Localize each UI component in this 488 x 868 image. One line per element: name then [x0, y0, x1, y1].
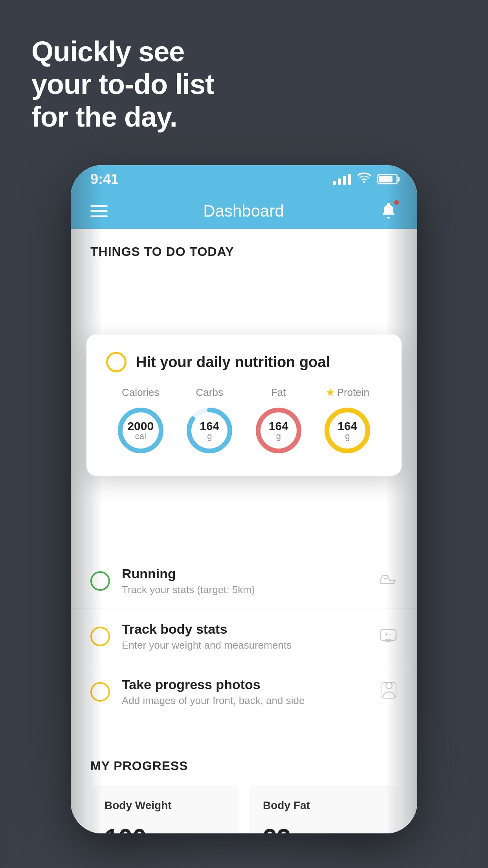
todo-list: Running Track your stats (target: 5km) [71, 554, 417, 719]
shoe-icon [379, 572, 398, 590]
todo-item-body-stats[interactable]: Track body stats Enter your weight and m… [71, 609, 417, 664]
body-weight-value-row: 100 kg [105, 824, 225, 833]
content-wrapper: THINGS TO DO TODAY Hit your daily nutrit… [71, 229, 417, 833]
calories-stat: Calories 2000 cal [115, 386, 166, 456]
protein-value-center: 164 g [338, 419, 357, 441]
protein-label-row: ★ Protein [326, 386, 369, 399]
scale-icon [379, 626, 398, 647]
card-title-row: Hit your daily nutrition goal [106, 352, 382, 372]
hamburger-menu[interactable] [90, 205, 108, 217]
body-weight-value: 100 [105, 824, 147, 833]
protein-stat: ★ Protein 164 [322, 386, 373, 456]
nutrition-card: Hit your daily nutrition goal Calories [86, 335, 402, 476]
app-header: Dashboard [71, 193, 417, 229]
progress-section: MY PROGRESS Body Weight 100 kg [71, 743, 417, 833]
protein-donut: 164 g [322, 405, 373, 456]
header-title: Dashboard [203, 202, 284, 221]
body-stats-title: Track body stats [122, 622, 367, 637]
body-fat-card[interactable]: Body Fat 23 % [249, 785, 398, 833]
calories-donut: 2000 cal [115, 405, 166, 456]
hamburger-line [90, 205, 108, 207]
body-stats-text: Track body stats Enter your weight and m… [122, 622, 367, 651]
progress-photos-title: Take progress photos [122, 677, 369, 692]
nutrition-goal-title: Hit your daily nutrition goal [136, 354, 330, 371]
body-fat-title: Body Fat [263, 799, 383, 812]
status-bar: 9:41 [71, 165, 417, 193]
body-stats-radio[interactable] [90, 627, 110, 646]
body-weight-card[interactable]: Body Weight 100 kg [90, 785, 239, 833]
running-text: Running Track your stats (target: 5km) [122, 566, 367, 596]
calories-label: Calories [122, 386, 159, 399]
fat-value-center: 164 g [269, 419, 288, 441]
svg-point-10 [386, 682, 392, 689]
body-weight-title: Body Weight [105, 799, 225, 812]
running-subtitle: Track your stats (target: 5km) [122, 584, 367, 596]
running-title: Running [122, 566, 367, 581]
carbs-stat: Carbs 164 g [184, 386, 235, 456]
progress-photos-subtitle: Add images of your front, back, and side [122, 695, 369, 707]
nutrition-goal-radio[interactable] [106, 352, 127, 372]
headline-line1: Quickly see [31, 35, 214, 68]
progress-photos-radio[interactable] [90, 682, 110, 702]
hamburger-line [90, 215, 108, 217]
notification-dot [393, 199, 400, 206]
battery-icon [377, 174, 398, 184]
phone-inner: 9:41 [71, 165, 417, 833]
status-time: 9:41 [90, 171, 119, 188]
svg-rect-11 [382, 682, 396, 698]
carbs-value-center: 164 g [200, 419, 219, 441]
phone-frame: 9:41 [71, 165, 417, 833]
carbs-label: Carbs [196, 386, 223, 399]
todo-item-progress-photos[interactable]: Take progress photos Add images of your … [71, 664, 417, 719]
spacer [71, 719, 417, 743]
wifi-icon [358, 173, 371, 186]
status-icons [333, 173, 398, 186]
svg-rect-8 [380, 629, 396, 640]
body-stats-subtitle: Enter your weight and measurements [122, 639, 367, 651]
todo-item-running[interactable]: Running Track your stats (target: 5km) [71, 554, 417, 609]
progress-header: MY PROGRESS [90, 759, 398, 773]
star-icon: ★ [326, 386, 335, 399]
person-icon [380, 681, 398, 703]
notification-bell-button[interactable] [380, 201, 398, 221]
scrollable-content: THINGS TO DO TODAY Hit your daily nutrit… [71, 229, 417, 833]
body-fat-value: 23 [263, 824, 291, 833]
things-section-header: THINGS TO DO TODAY [71, 229, 417, 267]
hamburger-line [90, 210, 108, 212]
headline: Quickly see your to-do list for the day. [31, 35, 214, 133]
headline-line2: your to-do list [31, 68, 214, 101]
fat-label: Fat [271, 386, 286, 399]
fat-donut: 164 g [253, 405, 304, 456]
calories-value-center: 2000 cal [127, 419, 154, 441]
fat-stat: Fat 164 g [253, 386, 304, 456]
body-fat-value-row: 23 % [263, 824, 383, 833]
running-radio[interactable] [90, 571, 110, 591]
progress-cards: Body Weight 100 kg [90, 785, 398, 833]
progress-photos-text: Take progress photos Add images of your … [122, 677, 369, 707]
carbs-donut: 164 g [184, 405, 235, 456]
nutrition-stats: Calories 2000 cal [106, 386, 382, 456]
signal-icon [333, 174, 351, 185]
protein-label: Protein [337, 386, 369, 399]
headline-line3: for the day. [31, 101, 214, 133]
